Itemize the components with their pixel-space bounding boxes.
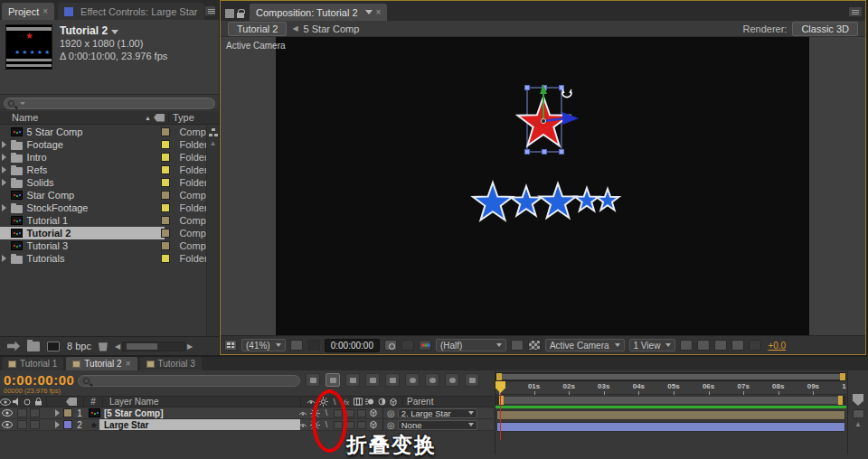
- frame-blending-icon[interactable]: [385, 373, 400, 387]
- time-ruler[interactable]: 0s01s02s03s04s05s06s07s08s09s10s: [495, 382, 846, 395]
- panel-menu-icon[interactable]: [204, 5, 216, 16]
- flowchart-icon[interactable]: [209, 128, 218, 136]
- 3d-layer-switch[interactable]: [368, 420, 379, 430]
- viewport-timecode[interactable]: 0:00:00:00: [325, 339, 380, 352]
- project-item-row[interactable]: Footage Folder: [0, 138, 206, 151]
- eye-icon[interactable]: [0, 409, 14, 417]
- adjustment-layer-icon[interactable]: [376, 397, 387, 407]
- item-name[interactable]: StockFootage: [25, 202, 159, 213]
- new-folder-icon[interactable]: [27, 342, 40, 351]
- view-layout-dropdown[interactable]: 1 View: [629, 339, 676, 351]
- label-swatch[interactable]: [161, 216, 171, 225]
- twirl-icon[interactable]: [0, 164, 9, 175]
- navigator-handle-right[interactable]: [840, 373, 845, 380]
- comp-flowchart-icon[interactable]: [697, 340, 710, 351]
- twirl-icon[interactable]: [0, 253, 9, 264]
- breadcrumb-parent[interactable]: 5 Star Comp: [304, 23, 360, 34]
- label-swatch[interactable]: [161, 203, 171, 212]
- anchor-point[interactable]: [542, 119, 546, 124]
- scroll-up-icon[interactable]: ▲: [848, 420, 868, 428]
- solo-switch[interactable]: [30, 420, 40, 429]
- hide-shy-layers-icon[interactable]: [365, 373, 380, 387]
- item-name[interactable]: Solids: [25, 177, 159, 188]
- label-swatch[interactable]: [161, 191, 171, 200]
- graph-editor-icon[interactable]: [465, 373, 479, 387]
- project-item-row[interactable]: 5 Star Comp Comp: [0, 126, 206, 138]
- work-area-end-handle[interactable]: [838, 396, 843, 405]
- draft-3d-icon[interactable]: [345, 373, 360, 387]
- close-icon[interactable]: ×: [126, 360, 131, 369]
- item-name[interactable]: Star Comp: [25, 190, 159, 201]
- layer-name[interactable]: [5 Star Comp]: [101, 408, 296, 418]
- 3d-layer-icon[interactable]: [388, 397, 399, 407]
- layer-row[interactable]: 2 ★ Large Star \ ◎ None: [0, 419, 494, 431]
- snapshot-icon[interactable]: [384, 340, 397, 351]
- solo-switch[interactable]: [30, 408, 40, 417]
- parent-dropdown[interactable]: 2. Large Star: [398, 408, 477, 418]
- target-region-icon[interactable]: [511, 340, 524, 351]
- project-item-row[interactable]: Tutorial 2 Comp: [0, 227, 206, 239]
- project-item-row[interactable]: Tutorial 1 Comp: [0, 214, 206, 227]
- item-name[interactable]: Tutorials: [25, 253, 159, 264]
- bit-depth-label[interactable]: 8 bpc: [67, 341, 91, 351]
- solo-icon[interactable]: [22, 398, 33, 406]
- shy-switch[interactable]: [297, 408, 308, 418]
- column-name[interactable]: Name: [0, 112, 145, 123]
- blue-star-5[interactable]: [597, 189, 619, 211]
- new-composition-icon[interactable]: [47, 342, 60, 351]
- twirl-icon[interactable]: [0, 202, 9, 213]
- layer-bar-large-star[interactable]: [496, 422, 845, 432]
- label-swatch[interactable]: [63, 408, 72, 417]
- project-item-row[interactable]: Refs Folder: [0, 164, 206, 176]
- project-item-row[interactable]: Tutorials Folder: [0, 252, 206, 265]
- project-item-row[interactable]: Star Comp Comp: [0, 189, 206, 201]
- chevron-down-icon[interactable]: [365, 10, 373, 14]
- comp-marker-bin-icon[interactable]: [853, 394, 863, 406]
- view-dropdown[interactable]: Active Camera: [545, 339, 625, 351]
- item-name[interactable]: Tutorial 2: [25, 228, 159, 239]
- eye-icon[interactable]: [0, 421, 14, 428]
- show-snapshot-icon[interactable]: [401, 340, 414, 351]
- timeline-tab[interactable]: Tutorial 2 ×: [66, 357, 137, 370]
- lock-icon[interactable]: [33, 398, 43, 406]
- label-swatch[interactable]: [161, 241, 171, 250]
- column-number[interactable]: #: [87, 397, 99, 407]
- column-layer-name[interactable]: Layer Name: [106, 397, 297, 407]
- selection-handle[interactable]: [560, 86, 564, 90]
- selection-handle[interactable]: [525, 86, 530, 90]
- exposure-reset-icon[interactable]: [749, 340, 761, 351]
- pick-whip-icon[interactable]: ◎: [387, 408, 395, 418]
- label-swatch[interactable]: [161, 254, 171, 263]
- label-swatch[interactable]: [161, 127, 171, 136]
- channel-icon[interactable]: [419, 340, 431, 351]
- trash-icon[interactable]: [99, 342, 108, 351]
- blue-star-4[interactable]: [575, 188, 599, 211]
- twirl-icon[interactable]: [51, 420, 63, 430]
- search-input[interactable]: [4, 98, 215, 109]
- audio-icon[interactable]: [11, 398, 22, 406]
- label-swatch[interactable]: [161, 229, 171, 238]
- motion-blur-icon[interactable]: [364, 397, 375, 407]
- navigator-handle-left[interactable]: [496, 373, 502, 380]
- tab-project[interactable]: Project ×: [2, 3, 54, 20]
- close-icon[interactable]: ×: [42, 7, 48, 16]
- pick-whip-icon[interactable]: ◎: [387, 420, 395, 430]
- scroll-left-icon[interactable]: ◀: [115, 342, 120, 351]
- selection-handle[interactable]: [525, 150, 530, 155]
- blue-star-1[interactable]: [473, 183, 513, 220]
- always-preview-icon[interactable]: [224, 340, 237, 351]
- exposure-value[interactable]: +0.0: [768, 341, 786, 351]
- lock-icon[interactable]: [237, 13, 244, 18]
- work-area-bar[interactable]: [495, 396, 846, 405]
- auto-keyframe-icon[interactable]: [445, 373, 459, 387]
- blue-star-2[interactable]: [511, 186, 542, 216]
- tab-effect-controls[interactable]: Effect Controls: Large Star: [58, 3, 203, 20]
- label-swatch[interactable]: [161, 178, 171, 187]
- safe-margins-icon[interactable]: [290, 340, 303, 351]
- label-swatch[interactable]: [63, 420, 72, 429]
- parent-dropdown[interactable]: None: [398, 420, 477, 430]
- twirl-icon[interactable]: [0, 152, 9, 163]
- layer-name[interactable]: Large Star: [101, 420, 296, 430]
- label-swatch[interactable]: [161, 153, 171, 162]
- audio-switch[interactable]: [17, 408, 27, 417]
